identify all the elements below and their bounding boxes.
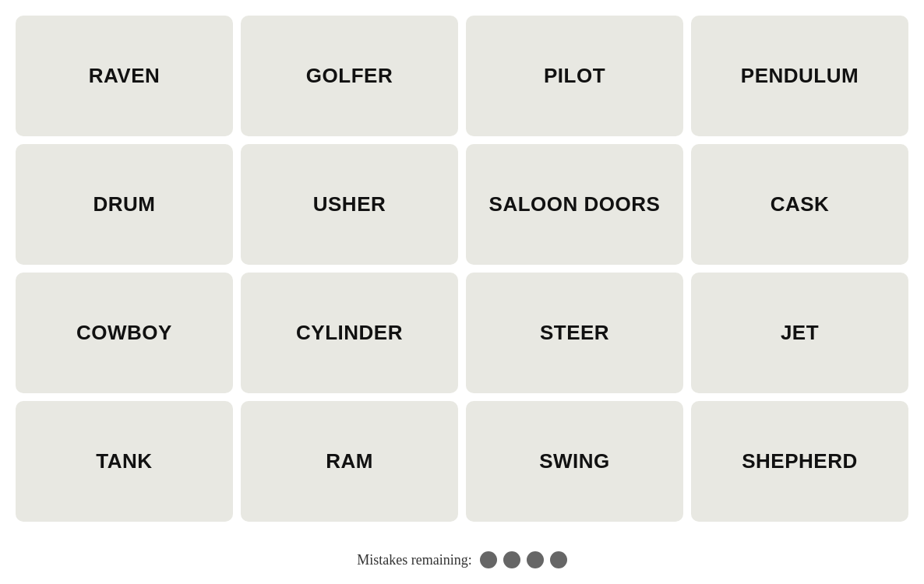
dots-container	[480, 551, 567, 568]
word-label: TANK	[88, 442, 160, 481]
word-label: USHER	[305, 185, 394, 224]
word-card-pendulum[interactable]: PENDULUM	[691, 16, 908, 136]
word-label: PENDULUM	[733, 56, 866, 96]
word-card-usher[interactable]: USHER	[241, 144, 458, 265]
word-card-raven[interactable]: RAVEN	[16, 16, 233, 136]
word-card-shepherd[interactable]: SHEPHERD	[691, 401, 908, 522]
word-label: RAM	[318, 442, 381, 481]
word-card-pilot[interactable]: PILOT	[466, 16, 683, 136]
word-card-steer[interactable]: STEER	[466, 273, 683, 393]
word-card-cylinder[interactable]: CYLINDER	[241, 273, 458, 393]
word-label: RAVEN	[81, 56, 168, 96]
mistake-dot-3	[527, 551, 544, 568]
mistake-dot-4	[550, 551, 567, 568]
word-card-golfer[interactable]: GOLFER	[241, 16, 458, 136]
word-label: GOLFER	[298, 56, 400, 96]
word-card-ram[interactable]: RAM	[241, 401, 458, 522]
word-label: JET	[773, 313, 827, 353]
word-label: CYLINDER	[288, 313, 411, 353]
word-label: COWBOY	[69, 313, 180, 353]
word-card-cask[interactable]: CASK	[691, 144, 908, 265]
game-board: RAVENGOLFERPILOTPENDULUMDRUMUSHERSALOON …	[0, 0, 924, 537]
word-card-cowboy[interactable]: COWBOY	[16, 273, 233, 393]
word-card-tank[interactable]: TANK	[16, 401, 233, 522]
word-card-drum[interactable]: DRUM	[16, 144, 233, 265]
word-card-saloon-doors[interactable]: SALOON DOORS	[466, 144, 683, 265]
word-label: SWING	[531, 442, 618, 481]
word-label: DRUM	[86, 185, 164, 224]
word-card-swing[interactable]: SWING	[466, 401, 683, 522]
mistake-dot-1	[480, 551, 497, 568]
word-label: SALOON DOORS	[481, 185, 668, 224]
word-label: SHEPHERD	[734, 442, 865, 481]
word-label: STEER	[532, 313, 617, 353]
mistake-dot-2	[503, 551, 520, 568]
word-label: CASK	[763, 185, 838, 224]
mistakes-label: Mistakes remaining:	[357, 552, 471, 568]
footer: Mistakes remaining:	[0, 537, 924, 584]
word-label: PILOT	[536, 56, 613, 96]
word-card-jet[interactable]: JET	[691, 273, 908, 393]
